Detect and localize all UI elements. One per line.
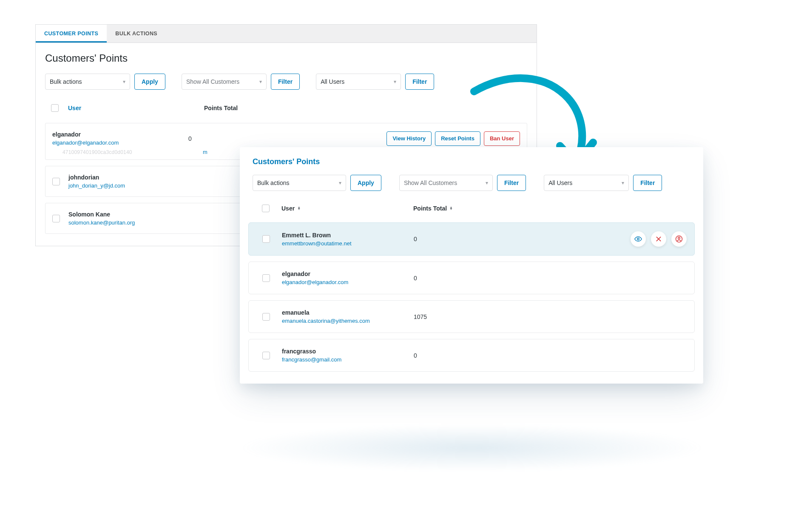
user-name: Solomon Kane (68, 211, 205, 218)
customers-list: Emmett L. Brownemmettbrown@outatime.net0… (240, 222, 703, 384)
chevron-down-icon: ▾ (123, 79, 125, 85)
user-email[interactable]: solomon.kane@puritan.org (68, 219, 205, 226)
view-history-button[interactable]: View History (386, 131, 432, 146)
list-header: User Points Total (45, 99, 527, 117)
reset-points-button[interactable] (651, 231, 666, 247)
filter-customers-button[interactable]: Filter (497, 175, 526, 191)
col-user[interactable]: User ▲▼ (281, 205, 413, 212)
table-row[interactable]: Emmett L. Brownemmettbrown@outatime.net0 (248, 222, 695, 256)
reset-points-button[interactable]: Reset Points (435, 131, 480, 146)
user-email[interactable]: emmettbrown@outatime.net (282, 240, 414, 247)
user-name: emanuela (282, 309, 414, 316)
user-email[interactable]: elganador@elganador.com (282, 279, 414, 285)
apply-button[interactable]: Apply (134, 74, 165, 90)
row-actions (631, 231, 687, 247)
points-value: 0 (414, 352, 499, 359)
sort-icon: ▲▼ (297, 207, 301, 210)
sort-icon: ▲▼ (449, 207, 453, 210)
users-filter-select[interactable]: All Users ▾ (544, 175, 629, 191)
customers-points-panel-new: Customers' Points Bulk actions ▾ Apply S… (240, 147, 703, 384)
bulk-actions-select-value: Bulk actions (50, 78, 82, 85)
row-checkbox[interactable] (52, 215, 60, 222)
bulk-actions-select[interactable]: Bulk actions ▾ (253, 175, 346, 191)
chevron-down-icon: ▾ (259, 79, 262, 85)
page-title: Customers' Points (240, 147, 703, 171)
tab-bulk-actions[interactable]: BULK ACTIONS (107, 25, 166, 43)
view-history-button[interactable] (631, 231, 646, 247)
users-filter-value: All Users (321, 78, 344, 85)
filter-users-button[interactable]: Filter (405, 74, 434, 90)
tabs: CUSTOMER POINTS BULK ACTIONS (36, 25, 537, 43)
customers-filter-select[interactable]: Show All Customers ▾ (399, 175, 493, 191)
user-email[interactable]: francgrasso@gmail.com (282, 356, 414, 363)
points-value: 0 (188, 135, 290, 142)
user-email[interactable]: john_dorian_y@jd.com (68, 182, 205, 189)
row-checkbox[interactable] (262, 274, 270, 282)
col-points: Points Total (204, 105, 238, 111)
toolbar: Bulk actions ▾ Apply Show All Customers … (36, 74, 537, 99)
user-name: Emmett L. Brown (282, 232, 414, 239)
users-filter-value: All Users (548, 179, 572, 186)
tab-customer-points[interactable]: CUSTOMER POINTS (36, 25, 107, 43)
row-checkbox[interactable] (262, 313, 270, 321)
artifact-text: m (203, 149, 207, 155)
user-name: francgrasso (282, 348, 414, 355)
bulk-actions-select[interactable]: Bulk actions ▾ (45, 74, 130, 90)
row-checkbox[interactable] (52, 178, 60, 185)
chevron-down-icon: ▾ (394, 79, 396, 85)
page-title: Customers' Points (45, 52, 537, 64)
artifact-text: 4710097401900ca3cd0d0140 (63, 149, 132, 155)
chevron-down-icon: ▾ (486, 180, 488, 186)
points-value: 0 (414, 275, 499, 282)
user-email[interactable]: elganador@elganador.com (52, 139, 188, 146)
col-points-label: Points Total (413, 205, 447, 212)
points-value: 0 (414, 236, 499, 242)
points-value: 1075 (414, 313, 499, 320)
bulk-actions-select-value: Bulk actions (257, 179, 289, 186)
table-row[interactable]: emanuelaemanuela.castorina@yithemes.com1… (248, 300, 695, 333)
chevron-down-icon: ▾ (339, 180, 341, 186)
col-user[interactable]: User (68, 105, 204, 111)
col-points[interactable]: Points Total ▲▼ (413, 205, 453, 212)
row-checkbox[interactable] (262, 235, 270, 243)
row-checkbox[interactable] (262, 352, 270, 359)
table-row[interactable]: elganadorelganador@elganador.com0 (248, 262, 695, 294)
select-all-checkbox[interactable] (262, 205, 270, 212)
user-ban-icon (675, 235, 683, 243)
list-header: User ▲▼ Points Total ▲▼ (240, 200, 703, 216)
select-all-checkbox[interactable] (51, 104, 59, 112)
close-icon (655, 236, 662, 242)
filter-customers-button[interactable]: Filter (271, 74, 300, 90)
users-filter-select[interactable]: All Users ▾ (316, 74, 401, 90)
user-name: elganador (282, 270, 414, 277)
svg-point-2 (678, 237, 680, 239)
customers-filter-value: Show All Customers (404, 179, 457, 186)
table-row[interactable]: francgrassofrancgrasso@gmail.com0 (248, 339, 695, 372)
shadow-glow (238, 424, 706, 471)
apply-button[interactable]: Apply (350, 175, 381, 191)
chevron-down-icon: ▾ (622, 180, 624, 186)
customers-filter-select[interactable]: Show All Customers ▾ (182, 74, 267, 90)
row-actions: View History Reset Points Ban User (386, 131, 520, 146)
user-name: elganador (52, 131, 188, 138)
ban-user-button[interactable]: Ban User (484, 131, 520, 146)
user-email[interactable]: emanuela.castorina@yithemes.com (282, 318, 414, 324)
eye-icon (634, 235, 642, 243)
svg-point-0 (637, 238, 639, 240)
filter-users-button[interactable]: Filter (633, 175, 662, 191)
ban-user-button[interactable] (671, 231, 687, 247)
customers-filter-value: Show All Customers (186, 78, 239, 85)
toolbar: Bulk actions ▾ Apply Show All Customers … (240, 171, 703, 200)
col-user-label: User (281, 205, 295, 212)
user-name: johndorian (68, 174, 205, 181)
